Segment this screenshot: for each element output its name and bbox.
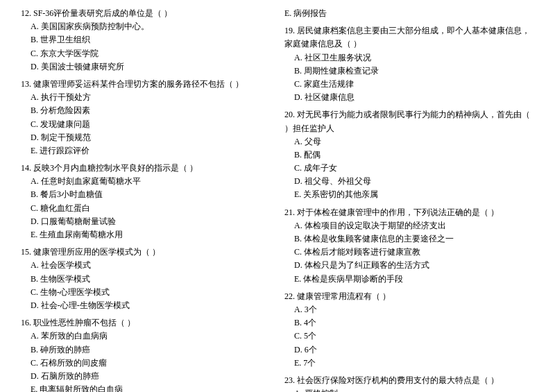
option: A. 执行干预处方 bbox=[21, 91, 271, 104]
option: A. 社会医学模式 bbox=[21, 259, 271, 272]
option: E. 体检是疾病早期诊断的手段 bbox=[284, 273, 534, 286]
question-title: 22. 健康管理常用流程有（ ） bbox=[284, 290, 534, 303]
option: E. 进行跟踪评价 bbox=[21, 144, 271, 157]
option: D. 口服葡萄糖耐量试验 bbox=[21, 215, 271, 228]
option: C. 发现健康问题 bbox=[21, 118, 271, 131]
option: D. 祖父母、外祖父母 bbox=[284, 175, 534, 188]
question-title: 20. 对无民事行为能力或者限制民事行为能力的精神病人，首先由（ ）担任监护人 bbox=[284, 108, 534, 135]
option: D. 制定干预规范 bbox=[21, 131, 271, 144]
option: C. 糖化血红蛋白 bbox=[21, 202, 271, 215]
option: E. 关系密切的其他亲属 bbox=[284, 188, 534, 201]
question-title: 13. 健康管理师妥运科某件合理切方案的服务路径不包括（ ） bbox=[21, 78, 271, 91]
question-title: 16. 职业性恶性肿瘤不包括（ ） bbox=[21, 316, 271, 330]
question-title: 12. SF-36评价量表研究后成的单位是（ ） bbox=[21, 7, 271, 20]
option: B. 砷所致的肺癌 bbox=[21, 343, 271, 357]
option: C. 生物-心理医学模式 bbox=[21, 286, 271, 299]
right-column: E. 病例报告19. 居民健康档案信息主要由三大部分组成，即个人基本健康信息，家… bbox=[284, 7, 534, 392]
option: B. 分析危险因素 bbox=[21, 104, 271, 117]
question: 19. 居民健康档案信息主要由三大部分组成，即个人基本健康信息，家庭健康信息及（… bbox=[284, 24, 534, 104]
option: D. 社会-心理-生物医学模式 bbox=[21, 299, 271, 312]
option: C. 成年子女 bbox=[284, 162, 534, 175]
option: D. 美国波士顿健康研究所 bbox=[21, 60, 271, 74]
question: 12. SF-36评价量表研究后成的单位是（ ）A. 美国国家疾病预防控制中心。… bbox=[21, 7, 271, 74]
option: B. 配偶 bbox=[284, 148, 534, 162]
option: A. 美国国家疾病预防控制中心。 bbox=[21, 20, 271, 33]
option: E. 电离辐射所致的白血病 bbox=[21, 383, 271, 392]
question-title: 23. 社会医疗保险对医疗机构的费用支付的最大特点是（ ） bbox=[284, 374, 534, 387]
option: C. 5个 bbox=[284, 330, 534, 343]
question: 21. 对于体检在健康管理中的作用，下列说法正确的是（ ）A. 体检项目的设定取… bbox=[284, 206, 534, 286]
option: B. 世界卫生组织 bbox=[21, 33, 271, 46]
option: E. 生殖血尿南葡萄糖水用 bbox=[21, 228, 271, 241]
page-content: 12. SF-36评价量表研究后成的单位是（ ）A. 美国国家疾病预防控制中心。… bbox=[21, 7, 534, 392]
option: C. 东京大学医学院 bbox=[21, 47, 271, 60]
option: D. 社区健康信息 bbox=[284, 91, 534, 104]
option: D. 石脑所致的肺癌 bbox=[21, 370, 271, 383]
left-column: 12. SF-36评价量表研究后成的单位是（ ）A. 美国国家疾病预防控制中心。… bbox=[21, 7, 271, 392]
option: B. 周期性健康检查记录 bbox=[284, 65, 534, 78]
question: 20. 对无民事行为能力或者限制民事行为能力的精神病人，首先由（ ）担任监护人A… bbox=[284, 108, 534, 201]
option: A. 严格控制 bbox=[284, 387, 534, 392]
option: E. 7个 bbox=[284, 357, 534, 370]
option: A. 3个 bbox=[284, 303, 534, 316]
question-title: 14. 反映3个月内血糖控制水平良好的指示是（ ） bbox=[21, 162, 271, 175]
option: A. 社区卫生服务状况 bbox=[284, 51, 534, 65]
option: B. 生物医学模式 bbox=[21, 273, 271, 286]
option: D. 体检只是为了纠正顾客的生活方式 bbox=[284, 259, 534, 272]
question-title: 21. 对于体检在健康管理中的作用，下列说法正确的是（ ） bbox=[284, 206, 534, 219]
option: B. 体检是收集顾客健康信息的主要途径之一 bbox=[284, 232, 534, 246]
question: 15. 健康管理所应用的医学模式为（ ）A. 社会医学模式B. 生物医学模式C.… bbox=[21, 246, 271, 312]
question-title: 19. 居民健康档案信息主要由三大部分组成，即个人基本健康信息，家庭健康信息及（… bbox=[284, 24, 534, 51]
question-title: 15. 健康管理所应用的医学模式为（ ） bbox=[21, 246, 271, 259]
question: 22. 健康管理常用流程有（ ）A. 3个B. 4个C. 5个D. 6个E. 7… bbox=[284, 290, 534, 370]
option: C. 石棉所致的间皮瘤 bbox=[21, 357, 271, 370]
question: 16. 职业性恶性肿瘤不包括（ ）A. 苯所致的白血病病B. 砷所致的肺癌C. … bbox=[21, 316, 271, 392]
question: 23. 社会医疗保险对医疗机构的费用支付的最大特点是（ ）A. 严格控制B. 费… bbox=[284, 374, 534, 392]
option: D. 6个 bbox=[284, 343, 534, 357]
option: C. 体检后才能对顾客进行健康宣教 bbox=[284, 246, 534, 259]
option: B. 4个 bbox=[284, 316, 534, 330]
question: 14. 反映3个月内血糖控制水平良好的指示是（ ）A. 任意时刻血家庭葡萄糖水平… bbox=[21, 162, 271, 241]
option: A. 父母 bbox=[284, 135, 534, 148]
option: A. 任意时刻血家庭葡萄糖水平 bbox=[21, 175, 271, 188]
question-title: E. 病例报告 bbox=[284, 7, 534, 20]
option: A. 苯所致的白血病病 bbox=[21, 330, 271, 343]
option: C. 家庭生活规律 bbox=[284, 78, 534, 91]
option: A. 体检项目的设定取决于期望的经济支出 bbox=[284, 219, 534, 232]
option: B. 餐后3小时血糖值 bbox=[21, 188, 271, 201]
question: 13. 健康管理师妥运科某件合理切方案的服务路径不包括（ ）A. 执行干预处方B… bbox=[21, 78, 271, 157]
question: E. 病例报告 bbox=[284, 7, 534, 20]
